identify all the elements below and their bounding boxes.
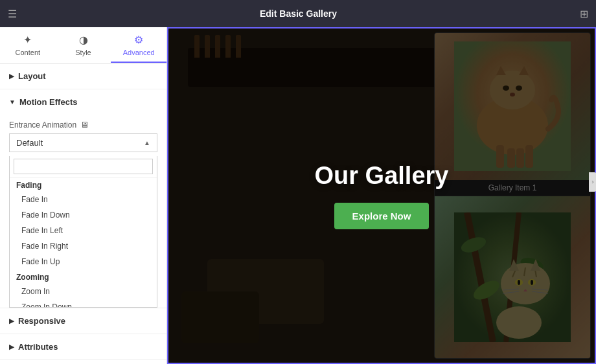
gallery-overlay: Our Gallery Explore Now (315, 162, 449, 229)
tab-style-label: Style (75, 49, 91, 56)
dropdown-caret-icon: ▲ (144, 139, 150, 146)
dropdown-current-value: Default (16, 138, 43, 148)
left-panel: ✦ Content ◑ Style ⚙ Advanced ▶ Layout (0, 27, 167, 364)
canvas-wrapper: Our Gallery Explore Now (167, 27, 596, 364)
gallery-title: Our Gallery (315, 162, 449, 190)
tab-style[interactable]: ◑ Style (56, 27, 111, 63)
responsive-label: Responsive (18, 316, 65, 326)
entrance-animation-row: Entrance Animation 🖥 (0, 115, 166, 133)
monitor-icon: 🖥 (80, 120, 89, 130)
animation-dropdown-container: Default ▲ (0, 133, 166, 156)
attributes-arrow-icon: ▶ (9, 343, 14, 350)
style-icon: ◑ (79, 34, 88, 46)
explore-now-button[interactable]: Explore Now (334, 203, 430, 229)
dropdown-items-list: Fading Fade In Fade In Down Fade In Left… (10, 177, 157, 307)
layout-section[interactable]: ▶ Layout (0, 63, 166, 89)
app-container: ☰ Edit Basic Gallery ⊞ ✦ Content ◑ Style… (0, 0, 596, 364)
content-icon: ✦ (23, 34, 32, 46)
hamburger-icon[interactable]: ☰ (8, 8, 17, 20)
layout-arrow-icon: ▶ (9, 73, 14, 80)
page-title: Edit Basic Gallery (260, 8, 337, 19)
dropdown-item-fade-in-left[interactable]: Fade In Left (10, 223, 157, 238)
fading-group-label: Fading (10, 177, 157, 192)
layout-label: Layout (18, 71, 46, 81)
motion-effects-section: ▼ Motion Effects Entrance Animation 🖥 De… (0, 89, 166, 308)
entrance-animation-label: Entrance Animation (9, 120, 76, 130)
attributes-label: Attributes (18, 342, 58, 352)
dropdown-item-fade-in[interactable]: Fade In (10, 192, 157, 207)
gallery-text-overlay: Our Gallery Explore Now (168, 28, 595, 363)
advanced-icon: ⚙ (134, 34, 143, 46)
responsive-arrow-icon: ▶ (9, 317, 14, 324)
dropdown-search-area (10, 156, 157, 177)
dropdown-search-input[interactable] (14, 159, 153, 174)
main-content: ✦ Content ◑ Style ⚙ Advanced ▶ Layout (0, 27, 596, 364)
motion-arrow-icon: ▼ (9, 98, 16, 106)
motion-effects-label: Motion Effects (19, 97, 78, 107)
dropdown-item-zoom-in[interactable]: Zoom In (10, 284, 157, 299)
dropdown-item-fade-in-down[interactable]: Fade In Down (10, 207, 157, 223)
grid-icon[interactable]: ⊞ (580, 8, 588, 20)
panel-content: ▶ Layout ▼ Motion Effects Entrance Anima… (0, 63, 166, 364)
tab-advanced-label: Advanced (123, 49, 155, 56)
responsive-section[interactable]: ▶ Responsive (0, 308, 166, 334)
dropdown-item-fade-in-up[interactable]: Fade In Up (10, 254, 157, 269)
animation-dropdown-list: Fading Fade In Fade In Down Fade In Left… (9, 156, 157, 308)
zooming-group-label: Zooming (10, 269, 157, 284)
tab-content-label: Content (16, 49, 41, 56)
tabs-bar: ✦ Content ◑ Style ⚙ Advanced (0, 27, 166, 63)
tab-content[interactable]: ✦ Content (0, 27, 56, 63)
motion-effects-header[interactable]: ▼ Motion Effects (0, 89, 166, 115)
attributes-section[interactable]: ▶ Attributes (0, 334, 166, 360)
tab-advanced[interactable]: ⚙ Advanced (111, 27, 166, 63)
dropdown-item-fade-in-right[interactable]: Fade In Right (10, 238, 157, 254)
dropdown-item-zoom-in-down[interactable]: Zoom In Down (10, 299, 157, 307)
top-bar: ☰ Edit Basic Gallery ⊞ (0, 0, 596, 27)
custom-css-section[interactable]: ▶ Custom CSS (0, 360, 166, 364)
animation-dropdown-trigger[interactable]: Default ▲ (9, 133, 157, 152)
canvas-content: Our Gallery Explore Now (168, 28, 595, 363)
